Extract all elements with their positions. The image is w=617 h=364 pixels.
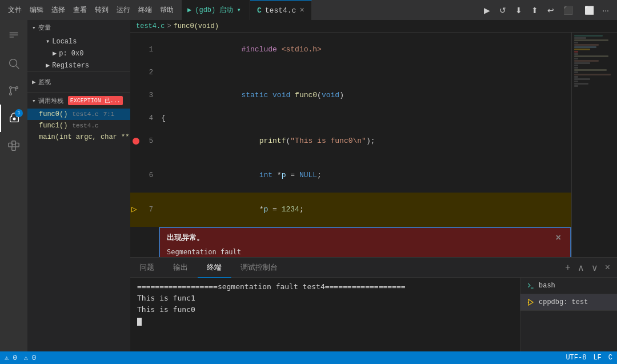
cppdbg-label: cppdbg: test bbox=[539, 298, 588, 306]
variables-chevron: ▾ bbox=[32, 24, 36, 31]
activity-extensions[interactable] bbox=[0, 132, 27, 159]
status-encoding[interactable]: UTF-8 bbox=[566, 354, 586, 362]
svg-line-1 bbox=[16, 66, 19, 69]
debug-dropdown-icon[interactable]: ▾ bbox=[237, 6, 241, 14]
code-content[interactable]: 1 #include <stdio.h> 2 bbox=[130, 33, 571, 257]
menu-view[interactable]: 查看 bbox=[70, 3, 90, 17]
title-actions: ⬜ ··· bbox=[581, 3, 617, 17]
status-warnings[interactable]: ⚠ 0 bbox=[24, 354, 37, 362]
debug-step-over-button[interactable]: ↺ bbox=[496, 3, 510, 17]
debug-tab-label: (gdb) 启动 bbox=[195, 5, 233, 15]
watch-section: ▶ 监视 bbox=[27, 71, 130, 92]
cs-main-name: main(int argc, char ** bbox=[39, 133, 129, 141]
code-line-2: 2 bbox=[130, 67, 571, 78]
menu-run[interactable]: 运行 bbox=[113, 3, 134, 17]
watch-label: 监视 bbox=[38, 78, 51, 86]
title-bar-left: 文件 编辑 选择 查看 转到 运行 终端 帮助 bbox=[0, 3, 182, 17]
panel-tab-output[interactable]: 输出 bbox=[164, 258, 198, 278]
terminal-cursor-line bbox=[137, 315, 513, 327]
p-value: p: 0x0 bbox=[59, 50, 83, 58]
status-language[interactable]: C bbox=[608, 354, 612, 362]
panel-add-button[interactable]: + bbox=[563, 260, 572, 275]
title-bar: 文件 编辑 选择 查看 转到 运行 终端 帮助 ▶ (gdb) 启动 ▾ C t… bbox=[0, 0, 617, 20]
watch-header[interactable]: ▶ 监视 bbox=[27, 74, 130, 90]
code-line-1: 1 #include <stdio.h> bbox=[130, 33, 571, 67]
menu-terminal[interactable]: 终端 bbox=[135, 3, 155, 17]
status-errors[interactable]: ⚠ 0 bbox=[5, 354, 17, 362]
editor-tab[interactable]: C test4.c × bbox=[250, 0, 312, 20]
callstack-item-func1[interactable]: func1() test4.c bbox=[27, 120, 130, 131]
debug-step-out-button[interactable]: ⬆ bbox=[528, 3, 542, 17]
callstack-header[interactable]: ▾ 调用堆栈 EXCEPTION 已... bbox=[27, 93, 130, 109]
code-line-5: 5 printf("This is func0\n"); bbox=[130, 124, 571, 158]
gutter-5: 5 bbox=[130, 135, 159, 147]
callstack-item-main[interactable]: main(int argc, char ** bbox=[27, 131, 130, 143]
editor-tab-label: test4.c bbox=[265, 6, 297, 15]
code-line-6: 6 int *p = NULL; bbox=[130, 158, 571, 193]
exception-close[interactable]: × bbox=[553, 233, 563, 244]
activity-search[interactable] bbox=[0, 50, 27, 77]
locals-item[interactable]: ▾ Locals bbox=[27, 35, 130, 47]
status-bar: ⚠ 0 ⚠ 0 UTF-8 LF C bbox=[0, 351, 617, 364]
panel-tab-terminal[interactable]: 终端 bbox=[198, 258, 231, 278]
layout-button[interactable]: ⬜ bbox=[581, 3, 598, 17]
activity-debug[interactable]: 1 bbox=[0, 105, 27, 132]
cs-func0-line: 7:1 bbox=[103, 111, 115, 118]
code-text-2 bbox=[159, 67, 571, 78]
code-text-3: static void func0(void) bbox=[159, 78, 571, 113]
panel-tab-problems[interactable]: 问题 bbox=[130, 258, 164, 278]
gutter-1: 1 bbox=[130, 44, 159, 55]
p-variable[interactable]: ▶ p: 0x0 bbox=[27, 47, 130, 59]
activity-explorer[interactable] bbox=[0, 22, 27, 50]
breadcrumb-func: func0(void) bbox=[174, 22, 219, 30]
debug-toolbar: ▶ ↺ ⬇ ⬆ ↩ ⬛ bbox=[476, 3, 581, 17]
debug-badge: 1 bbox=[15, 109, 23, 117]
debug-restart-button[interactable]: ↩ bbox=[544, 3, 558, 17]
code-text-1: #include <stdio.h> bbox=[159, 33, 571, 67]
menu-goto[interactable]: 转到 bbox=[91, 3, 112, 17]
panel-close-button[interactable]: × bbox=[603, 260, 612, 275]
p-label: ▶ bbox=[53, 49, 57, 58]
svg-marker-11 bbox=[528, 299, 533, 306]
main-layout: 1 ▾ 变量 ▾ Locals ▶ p: 0x0 bbox=[0, 20, 617, 351]
registers-item[interactable]: ▶ Registers bbox=[27, 59, 130, 71]
panel-bash-item[interactable]: bash bbox=[520, 278, 617, 294]
debug-tab[interactable]: ▶ (gdb) 启动 ▾ bbox=[182, 0, 250, 20]
debug-stop-button[interactable]: ⬛ bbox=[560, 3, 576, 17]
panel-chevron-down-button[interactable]: ∨ bbox=[589, 260, 600, 275]
terminal-cursor bbox=[137, 318, 142, 326]
callstack-item-func0[interactable]: func0() test4.c 7:1 bbox=[27, 109, 130, 120]
status-eol[interactable]: LF bbox=[593, 354, 601, 362]
menu-edit[interactable]: 编辑 bbox=[26, 3, 47, 17]
debug-step-into-button[interactable]: ⬇ bbox=[512, 3, 526, 17]
exception-title: 出现异常。 bbox=[167, 233, 204, 244]
code-with-minimap: 1 #include <stdio.h> 2 bbox=[130, 33, 617, 257]
gutter-3: 3 bbox=[130, 90, 159, 101]
panel-cppdbg-item[interactable]: cppdbg: test bbox=[520, 294, 617, 311]
gutter-6: 6 bbox=[130, 170, 159, 181]
activity-git[interactable] bbox=[0, 77, 27, 105]
line-num-3: 3 bbox=[149, 90, 153, 101]
registers-chevron: ▶ bbox=[46, 61, 50, 70]
breakpoint-5 bbox=[133, 138, 139, 145]
cs-func1-name: func1() bbox=[39, 122, 67, 130]
code-editor: 1 #include <stdio.h> 2 bbox=[130, 33, 617, 257]
menu-file[interactable]: 文件 bbox=[5, 3, 25, 17]
terminal-line-1: ==================segmentation fault tes… bbox=[137, 281, 513, 293]
variables-header[interactable]: ▾ 变量 bbox=[27, 20, 130, 35]
cppdbg-icon bbox=[526, 298, 535, 307]
line-num-2: 2 bbox=[149, 67, 153, 78]
panel-tab-debug[interactable]: 调试控制台 bbox=[231, 258, 287, 278]
code-line-3: 3 static void func0(void) bbox=[130, 78, 571, 113]
exception-badge: EXCEPTION 已... bbox=[68, 96, 123, 105]
terminal-content[interactable]: ==================segmentation fault tes… bbox=[130, 278, 520, 351]
editor-area: test4.c > func0(void) 1 bbox=[130, 20, 617, 257]
panel-chevron-up-button[interactable]: ∧ bbox=[575, 260, 587, 275]
editor-panel-container: test4.c > func0(void) 1 bbox=[130, 20, 617, 351]
more-button[interactable]: ··· bbox=[599, 3, 612, 17]
menu-select[interactable]: 选择 bbox=[48, 3, 69, 17]
editor-tab-close[interactable]: × bbox=[299, 6, 304, 15]
debug-continue-button[interactable]: ▶ bbox=[480, 3, 494, 17]
menu-help[interactable]: 帮助 bbox=[157, 3, 177, 17]
line-num-7: 7 bbox=[149, 204, 153, 215]
